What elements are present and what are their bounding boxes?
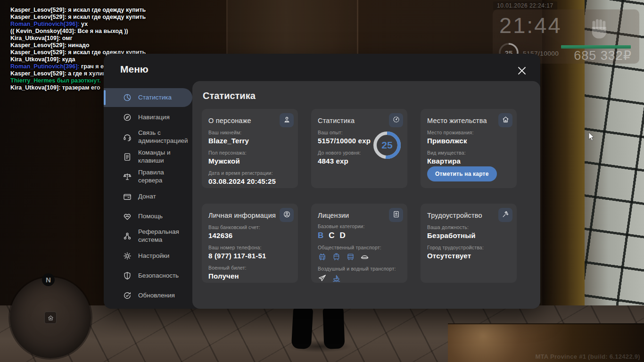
field-value: 8 (977) 117-81-51 xyxy=(208,252,291,260)
sidebar-item-gear[interactable]: Настройки xyxy=(104,247,192,265)
menu-window: Меню СтатистикаНавигацияСвязь с админист… xyxy=(104,54,540,309)
gear-icon xyxy=(123,251,132,261)
sidebar-item-list[interactable]: Команды и клавиши xyxy=(104,148,192,166)
chat-segment: Roman_Putinovich[396]: xyxy=(10,21,80,27)
sidebar-item-scales[interactable]: Правила сервера xyxy=(104,167,192,186)
card-chip xyxy=(498,113,512,127)
mouse-cursor xyxy=(588,132,596,141)
menu-title: Меню xyxy=(120,64,149,75)
chat-line: Roman_Putinovich[396]: ух xyxy=(10,21,232,28)
field-value: Приволжск xyxy=(427,137,510,145)
license-category-D: D xyxy=(340,231,346,240)
hud-datetime: 10.01.2026 22:24:17 xyxy=(493,1,557,10)
bust-icon xyxy=(283,115,291,125)
sidebar-item-label: Обновления xyxy=(138,292,175,300)
card-licenses: ЛицензииБазовые категории:BCDОбщественны… xyxy=(311,204,407,283)
gauge-icon xyxy=(392,115,400,125)
list-icon xyxy=(123,152,132,162)
license-group: Общественный транспорт: xyxy=(318,245,401,262)
field-value: Отсутствует xyxy=(427,252,510,260)
card-chip xyxy=(389,208,403,222)
stats-cards: О персонажеВаш никнейм:Blaze_TerryПол пе… xyxy=(202,109,518,283)
sidebar-item-update[interactable]: Обновления xyxy=(104,286,192,305)
sidebar-item-headset[interactable]: Связь с администрацией xyxy=(104,128,192,147)
level-number: 25 xyxy=(373,132,401,159)
chat-segment: Kasper_Lesov[529]: нинадо xyxy=(10,42,90,49)
sidebar-item-stats[interactable]: Статистика xyxy=(104,88,192,107)
chat-segment: ух xyxy=(80,21,88,27)
chat-segment: Kira_Utkova[109]: тразерам его xyxy=(10,84,100,91)
sidebar-item-label: Статистика xyxy=(138,94,172,102)
chat-segment: Roman_Putinovich[396]: xyxy=(10,63,80,70)
field-label: Базовые категории: xyxy=(318,223,401,229)
mark-on-map-button[interactable]: Отметить на карте xyxy=(427,166,497,181)
card-field: Ваш номер телефона:8 (977) 117-81-51 xyxy=(208,245,291,260)
card-personal: Личная информацияВаш банковский счет:142… xyxy=(202,204,298,283)
license-group: Воздушный и водный транспорт: xyxy=(318,266,401,283)
field-value: Квартира xyxy=(427,157,510,165)
license-row xyxy=(318,252,401,262)
card-title: Статистика xyxy=(318,115,401,124)
nodes-icon xyxy=(123,231,132,241)
license-row: BCD xyxy=(318,231,401,240)
compass-icon xyxy=(123,113,132,122)
fist-icon xyxy=(586,16,612,41)
chat-segment: Thierry_Hermes был разоткнут. xyxy=(10,77,101,84)
close-icon xyxy=(517,66,527,75)
field-label: Ваша должность: xyxy=(427,224,510,230)
license-row xyxy=(318,273,401,283)
scales-icon xyxy=(123,172,132,181)
license-category-C: C xyxy=(329,231,334,240)
card-employment: ТрудоустройствоВаша должность:Безработны… xyxy=(421,204,517,283)
field-label: Воздушный и водный транспорт: xyxy=(318,266,401,272)
chat-line: Kira_Utkova[109]: омг xyxy=(10,35,232,42)
sidebar-item-heart[interactable]: Помощь xyxy=(104,207,192,226)
home-icon xyxy=(502,115,510,125)
license-category-B: B xyxy=(318,231,323,240)
sidebar-item-nodes[interactable]: Реферальная система xyxy=(104,227,192,246)
card-field: Военный билет:Получен xyxy=(208,265,291,280)
cap-icon xyxy=(360,253,369,262)
game-screen: Kasper_Lesov[529]: я искал где одежду ку… xyxy=(0,0,644,362)
content-title: Статистика xyxy=(203,90,518,101)
card-chip xyxy=(389,113,403,127)
chat-segment: Kira_Utkova[109]: омг xyxy=(10,35,73,41)
sidebar-item-label: Донат xyxy=(138,193,156,201)
card-title: Личная информация xyxy=(208,210,291,219)
chat-segment: Kasper_Lesov[529]: я искал где одежду ку… xyxy=(10,7,146,13)
chat-line: Kasper_Lesov[529]: я искал где одежду ку… xyxy=(10,14,232,21)
chat-segment: Kasper_Lesov[529]: а где я хулиганил xyxy=(10,70,119,77)
chat-line: (( Kevin_Donskoy[403]: Все я на выход )) xyxy=(10,28,232,35)
field-label: Ваш номер телефона: xyxy=(208,245,291,250)
card-field: Ваш банковский счет:142636 xyxy=(208,224,291,239)
sidebar-item-label: Реферальная система xyxy=(138,228,188,244)
shield-icon xyxy=(123,271,132,280)
card-chip xyxy=(280,208,294,222)
sidebar-item-shield[interactable]: Безопасность xyxy=(104,266,192,285)
field-label: Военный билет: xyxy=(208,265,291,271)
hammer-icon xyxy=(502,210,510,220)
sidebar-item-label: Связь с администрацией xyxy=(138,129,188,145)
card-field: Ваш никнейм:Blaze_Terry xyxy=(208,130,291,145)
compass-north-badge: N xyxy=(42,273,55,286)
field-value: 03.08.2024 20:45:25 xyxy=(208,177,291,185)
tram-icon xyxy=(332,253,341,262)
field-label: Ваш банковский счет: xyxy=(208,224,291,230)
trolleybus-icon xyxy=(318,253,327,262)
plane-icon xyxy=(318,274,327,283)
field-label: Место проживания: xyxy=(427,130,510,135)
chat-segment: (( Kevin_Donskoy[403]: Все я на выход )) xyxy=(10,28,128,34)
license-group: Базовые категории:BCD xyxy=(318,223,401,240)
headset-icon xyxy=(123,132,132,142)
person-round-icon xyxy=(283,210,291,220)
close-button[interactable] xyxy=(516,65,528,77)
card-title: Лицензии xyxy=(318,210,401,219)
sidebar-item-wallet[interactable]: Донат xyxy=(104,187,192,206)
sidebar-item-label: Безопасность xyxy=(138,272,179,280)
sidebar-item-compass[interactable]: Навигация xyxy=(104,108,192,127)
field-value: 142636 xyxy=(208,231,291,239)
update-icon xyxy=(123,291,132,300)
heart-icon xyxy=(123,212,132,221)
field-label: Пол персонажа: xyxy=(208,150,291,156)
field-value: Blaze_Terry xyxy=(208,137,291,145)
